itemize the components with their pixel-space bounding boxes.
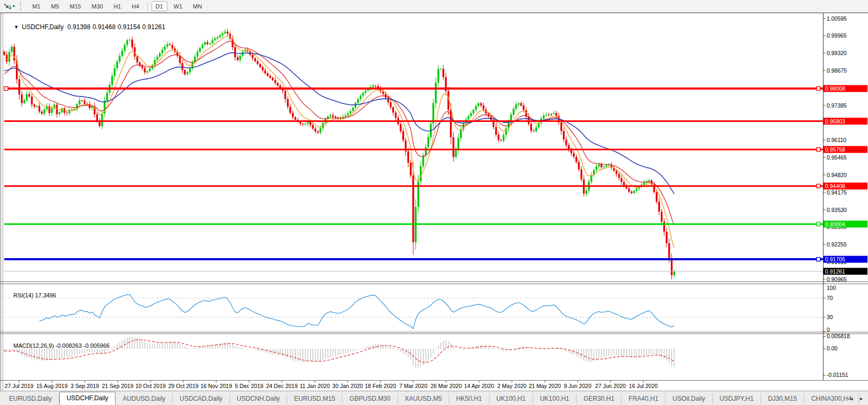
date-label: 29 Oct 2019	[168, 383, 198, 389]
date-label: 30 Jan 2020	[332, 383, 363, 389]
chart-header: ▼USDCHF,Daily 0.913980.914680.911540.912…	[7, 16, 167, 38]
macd-values: -0.008263 -0.005966	[56, 342, 110, 349]
timeframe-button-w1[interactable]: W1	[170, 1, 187, 11]
price-tick-label: 0.92255	[827, 241, 847, 248]
macd-name: MACD(12,26,9)	[13, 342, 54, 349]
price-tick-label: 1.00595	[827, 15, 847, 22]
date-label: 3 Sep 2019	[70, 383, 99, 389]
ohlc-low: 0.91154	[118, 23, 140, 31]
price-tag-0.91705-label: 0.91705	[825, 256, 845, 262]
date-label: 9 Jun 2020	[564, 383, 591, 389]
price-tick-label: 0.99965	[827, 32, 847, 39]
timeframe-button-h4[interactable]: H4	[127, 1, 143, 11]
date-label: 21 May 2020	[529, 383, 561, 389]
price-tick-label: 0.94175	[827, 189, 847, 196]
rsi-value: 17.3496	[35, 292, 56, 298]
date-label: 27 Jun 2020	[595, 383, 626, 389]
chart-tab-hk50-h1[interactable]: HK50,H1	[449, 393, 490, 404]
chart-tab-audusd-daily[interactable]: AUDUSD,Daily	[116, 393, 173, 404]
price-tick-label: 0.93530	[827, 207, 847, 213]
chart-title-symbol: USDCHF,Daily	[22, 23, 64, 31]
hline-handle-right-0.98008[interactable]	[817, 87, 820, 91]
chart-tab-uk100-h1[interactable]: UK100,H1	[533, 393, 577, 404]
price-tag-0.98008-label: 0.98008	[825, 85, 845, 92]
timeframe-button-m5[interactable]: M5	[47, 1, 63, 11]
timeframe-button-group: M1M5M15M30H1H4D1W1MN	[27, 1, 207, 11]
timeframe-button-m30[interactable]: M30	[87, 1, 107, 11]
chart-tabs: EURUSD,DailyUSDCHF,DailyAUDUSD,DailyUSDC…	[0, 392, 859, 405]
price-tick-label: 0.99320	[827, 50, 847, 56]
hline-handle-left-0.98008[interactable]	[4, 87, 8, 91]
chart-tab-usdchf-daily[interactable]: USDCHF,Daily	[59, 392, 116, 405]
date-label: 7 Mar 2020	[399, 383, 427, 389]
tab-scroll-controls: ◄ ►	[849, 397, 864, 401]
hline-handle-right-0.94408[interactable]	[817, 184, 820, 188]
hline-handle-right-0.93004[interactable]	[817, 222, 820, 226]
toolbar-separator	[147, 2, 148, 11]
rsi-indicator-label: RSI(14) 17.3496	[7, 286, 56, 305]
macd-scale-label: -0.01151	[827, 372, 848, 378]
chart-tab-uk100-h1[interactable]: UK100,H1	[490, 393, 533, 404]
macd-indicator-label: MACD(12,26,9) -0.008263 -0.005966	[7, 336, 110, 355]
price-tick-label: 0.97385	[827, 102, 847, 109]
price-chart-canvas[interactable]: 1.005950.999650.993200.986750.973850.961…	[0, 0, 868, 405]
price-tag-0.96803-label: 0.96803	[825, 118, 845, 125]
date-label: 18 Feb 2020	[365, 383, 396, 389]
tab-scroll-left-icon[interactable]: ◄	[849, 397, 854, 401]
rsi-name: RSI(14)	[13, 292, 33, 298]
timeframe-button-mn[interactable]: MN	[189, 1, 206, 11]
date-label: 26 Mar 2020	[431, 383, 462, 389]
date-label: 16 Nov 2019	[200, 383, 232, 389]
ohlc-high: 0.91468	[93, 23, 116, 31]
price-tick-label: 0.95465	[827, 154, 847, 161]
date-label: 15 Aug 2019	[37, 383, 68, 389]
timeframe-button-h1[interactable]: H1	[109, 1, 125, 11]
chart-tab-eurusd-m15[interactable]: EURUSD,M15	[287, 393, 342, 404]
ohlc-close: 0.91261	[143, 23, 165, 31]
chart-background	[0, 12, 868, 405]
chart-tab-usdjpy-h1[interactable]: USDJPY,H1	[713, 393, 761, 404]
price-tag-0.93004-label: 0.93004	[825, 221, 845, 227]
date-label: 14 Apr 2020	[464, 383, 494, 389]
ohlc-open: 0.91398	[67, 23, 90, 31]
date-label: 24 Dec 2019	[266, 383, 298, 389]
date-label: 5 Dec 2019	[235, 383, 263, 389]
chart-tab-gbpusd-m30[interactable]: GBPUSD,M30	[342, 393, 397, 404]
chart-tab-xauusd-m5[interactable]: XAUUSD,M5	[398, 393, 449, 404]
chart-tab-bar: EURUSD,DailyUSDCHF,DailyAUDUSD,DailyUSDC…	[0, 391, 868, 405]
toolbar: ▾ M1M5M15M30H1H4D1W1MN	[0, 0, 868, 13]
toolbar-grip[interactable]	[20, 2, 24, 11]
symbol-dropdown-icon[interactable]: ▼	[14, 24, 19, 30]
date-label: 27 Jul 2019	[5, 383, 33, 389]
timeframe-button-m15[interactable]: M15	[66, 1, 85, 11]
toolbar-dropdown-caret[interactable]: ▾	[13, 4, 15, 8]
price-tag-0.94408-label: 0.94408	[825, 183, 845, 189]
macd-scale-label: 0.00	[827, 345, 838, 351]
chart-tab-fra40-h1[interactable]: FRA40,H1	[622, 393, 666, 404]
rsi-scale-label: 100	[827, 285, 836, 291]
hline-handle-right-0.95758[interactable]	[817, 147, 820, 151]
price-tick-label: 0.96110	[827, 137, 846, 143]
date-label: 16 Jul 2020	[629, 383, 658, 389]
chart-tab-ger30-h1[interactable]: GER30,H1	[577, 393, 622, 404]
chart-tab-usoil-daily[interactable]: USOil,Daily	[666, 393, 712, 404]
date-label: 11 Jan 2020	[299, 383, 330, 389]
current-price-tag-label: 0.91261	[825, 268, 845, 275]
chart-type-icon[interactable]	[2, 2, 13, 11]
tab-scroll-right-icon[interactable]: ►	[859, 397, 864, 401]
date-label: 2 May 2020	[498, 383, 527, 389]
price-tick-label: 0.94820	[827, 172, 847, 178]
price-tag-0.95758-label: 0.95758	[825, 146, 845, 153]
timeframe-button-d1[interactable]: D1	[152, 1, 167, 11]
chart-tab-eurusd-daily[interactable]: EURUSD,Daily	[2, 393, 59, 404]
chart-tab-dj30-m15[interactable]: DJ30,M15	[761, 393, 804, 404]
rsi-scale-label: 30	[827, 314, 833, 320]
date-label: 10 Oct 2019	[135, 383, 165, 389]
timeframe-button-m1[interactable]: M1	[28, 1, 45, 11]
chart-tab-usdcad-daily[interactable]: USDCAD,Daily	[173, 393, 230, 404]
rsi-scale-label: 70	[827, 295, 833, 301]
hline-handle-right-0.91705[interactable]	[817, 258, 820, 261]
price-tick-label: 0.98675	[827, 67, 847, 74]
chart-tab-usdcnh-daily[interactable]: USDCNH,Daily	[230, 393, 287, 404]
date-label: 21 Sep 2019	[102, 383, 134, 389]
